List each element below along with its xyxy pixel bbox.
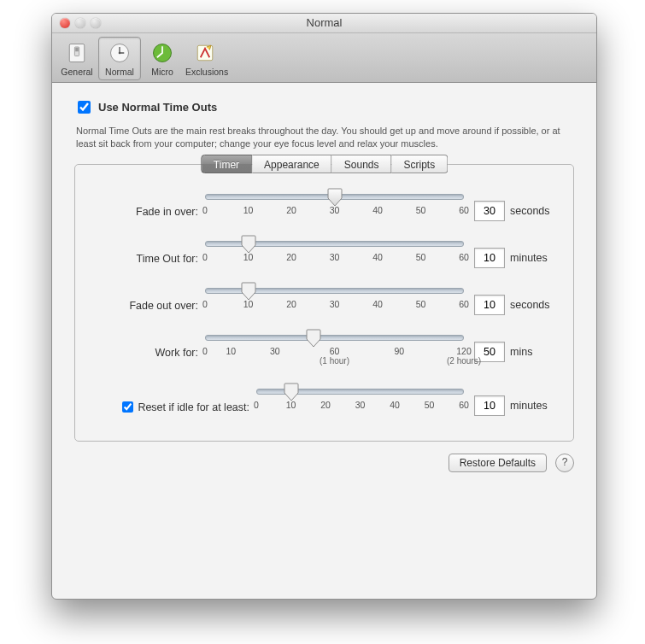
tab-timer[interactable]: Timer bbox=[201, 155, 252, 173]
fade-out-row: Fade out over: 0102030405060 seconds bbox=[87, 288, 554, 323]
restore-defaults-button[interactable]: Restore Defaults bbox=[449, 454, 547, 472]
toolbar: General Normal Micro Exclusions bbox=[52, 33, 596, 83]
time-out-label: Time Out for: bbox=[87, 251, 205, 265]
window-title: Normal bbox=[307, 16, 343, 29]
preferences-window: Normal General Normal Micro bbox=[51, 13, 597, 600]
clock-icon bbox=[107, 40, 132, 66]
footer: Restore Defaults ? bbox=[74, 454, 574, 472]
toolbar-item-micro[interactable]: Micro bbox=[141, 37, 184, 80]
switch-icon bbox=[64, 40, 90, 66]
close-button[interactable] bbox=[60, 18, 70, 28]
tab-scripts[interactable]: Scripts bbox=[391, 155, 448, 173]
work-for-slider[interactable]: 0 10 30 60(1 hour) 90 120(2 hours) bbox=[205, 335, 469, 370]
time-out-row: Time Out for: 0102030405060 minutes bbox=[87, 241, 554, 276]
idle-label: Reset if idle for at least: bbox=[138, 401, 249, 413]
svg-rect-2 bbox=[75, 48, 79, 51]
toolbar-item-normal[interactable]: Normal bbox=[98, 37, 141, 80]
fade-in-unit: seconds bbox=[510, 205, 554, 217]
toolbar-label: Exclusions bbox=[185, 67, 228, 77]
idle-checkbox[interactable] bbox=[122, 401, 133, 413]
zoom-button[interactable] bbox=[91, 18, 101, 28]
idle-unit: minutes bbox=[510, 400, 554, 412]
time-out-slider[interactable]: 0102030405060 bbox=[205, 241, 469, 276]
use-normal-timeouts-checkbox[interactable]: Use Normal Time Outs bbox=[74, 98, 574, 116]
toolbar-item-general[interactable]: General bbox=[56, 37, 98, 80]
fade-in-value[interactable] bbox=[474, 201, 505, 221]
work-for-unit: mins bbox=[510, 346, 554, 358]
tab-segmented-control: Timer Appearance Sounds Scripts bbox=[201, 155, 448, 173]
tab-appearance[interactable]: Appearance bbox=[252, 155, 332, 173]
micro-icon bbox=[150, 40, 175, 66]
exclusions-icon bbox=[192, 40, 218, 66]
fade-out-slider[interactable]: 0102030405060 bbox=[205, 288, 469, 323]
titlebar: Normal bbox=[52, 14, 596, 33]
help-button[interactable]: ? bbox=[555, 454, 574, 472]
fade-in-slider[interactable]: 0102030405060 bbox=[205, 194, 469, 229]
time-out-unit: minutes bbox=[510, 252, 554, 264]
idle-value[interactable] bbox=[474, 395, 505, 416]
fade-out-label: Fade out over: bbox=[87, 298, 205, 312]
idle-label-wrap: Reset if idle for at least: bbox=[87, 397, 256, 415]
idle-slider[interactable]: 0102030405060 bbox=[256, 389, 469, 424]
fade-in-label: Fade in over: bbox=[87, 204, 205, 218]
idle-row: Reset if idle for at least: 010203040506… bbox=[87, 389, 554, 424]
content-area: Use Normal Time Outs Normal Time Outs ar… bbox=[52, 83, 596, 486]
work-for-label: Work for: bbox=[87, 345, 205, 359]
toolbar-label: Micro bbox=[151, 67, 173, 77]
time-out-value[interactable] bbox=[474, 248, 505, 268]
work-for-row: Work for: 0 10 30 60(1 hour) 90 120(2 ho… bbox=[87, 335, 554, 370]
minimize-button[interactable] bbox=[75, 18, 85, 28]
checkbox-input[interactable] bbox=[78, 101, 91, 114]
fade-out-unit: seconds bbox=[510, 299, 554, 311]
settings-group: Timer Appearance Sounds Scripts Fade in … bbox=[74, 164, 574, 442]
toolbar-label: Normal bbox=[105, 67, 134, 77]
description-text: Normal Time Outs are the main rest break… bbox=[76, 125, 572, 150]
toolbar-item-exclusions[interactable]: Exclusions bbox=[184, 37, 226, 80]
fade-in-row: Fade in over: 0102030405060 seconds bbox=[87, 194, 554, 229]
tab-sounds[interactable]: Sounds bbox=[332, 155, 392, 173]
fade-out-value[interactable] bbox=[474, 295, 505, 315]
toolbar-label: General bbox=[61, 67, 92, 77]
checkbox-label: Use Normal Time Outs bbox=[98, 101, 217, 114]
svg-point-6 bbox=[119, 52, 121, 55]
